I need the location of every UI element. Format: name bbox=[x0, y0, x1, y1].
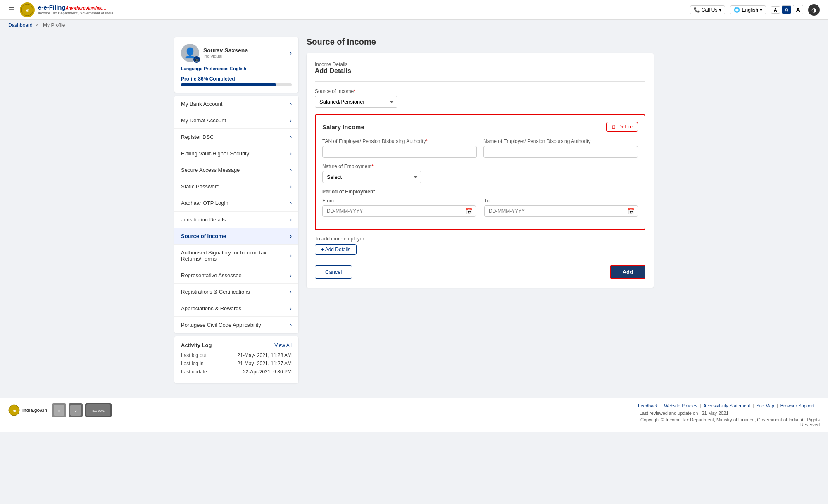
footer-link-website-policies[interactable]: Website Policies bbox=[664, 403, 697, 408]
breadcrumb-separator: » bbox=[36, 22, 38, 28]
contrast-icon: ◑ bbox=[811, 7, 816, 13]
profile-card: 👤 📷 Sourav Saxsena Individual › Language… bbox=[174, 37, 298, 93]
nature-of-employment-group: Nature of Employment* Select Central Gov… bbox=[322, 164, 638, 183]
from-date-input[interactable] bbox=[322, 205, 476, 217]
sidebar-item-appreciations-rewards[interactable]: Appreciations & Rewards › bbox=[174, 300, 298, 317]
sidebar-item-registrations-certifications[interactable]: Registrations & Certifications › bbox=[174, 284, 298, 300]
income-details-label: Income Details bbox=[315, 62, 645, 67]
profile-progress: Profile:86% Completed bbox=[181, 76, 292, 86]
add-button[interactable]: Add bbox=[610, 265, 645, 279]
header-left: ☰ भा e-e-FilingAnywhere Anytime... Incom… bbox=[8, 2, 113, 17]
call-us-button[interactable]: 📞 Call Us ▾ bbox=[690, 5, 726, 14]
from-date-label: From bbox=[322, 198, 476, 204]
profile-type: Individual bbox=[203, 54, 248, 59]
hamburger-menu[interactable]: ☰ bbox=[8, 5, 15, 14]
activity-log-row: Last log out 21-May- 2021, 11:28 AM bbox=[181, 352, 292, 358]
chevron-right-icon: › bbox=[290, 200, 292, 206]
progress-bar-fill bbox=[181, 83, 276, 86]
chevron-right-icon: › bbox=[290, 167, 292, 173]
cancel-button[interactable]: Cancel bbox=[315, 265, 352, 279]
sidebar-item-jurisdiction-details[interactable]: Jurisdiction Details › bbox=[174, 212, 298, 228]
svg-text:ISO 9001: ISO 9001 bbox=[93, 409, 105, 412]
language-preference: Language Preference: English bbox=[181, 66, 292, 71]
salary-income-header: Salary Income 🗑 Delete bbox=[322, 122, 638, 132]
employer-name-column: Name of Employer/ Pension Disbursing Aut… bbox=[483, 138, 638, 158]
sidebar-item-my-bank-account[interactable]: My Bank Account › bbox=[174, 96, 298, 112]
sidebar-label-authorised-signatory: Authorised Signatory for Income tax Retu… bbox=[181, 250, 290, 262]
tan-input[interactable] bbox=[322, 146, 477, 158]
main-container: 👤 📷 Sourav Saxsena Individual › Language… bbox=[166, 31, 662, 390]
tan-column: TAN of Employer/ Pension Disbursing Auth… bbox=[322, 138, 477, 158]
tan-label: TAN of Employer/ Pension Disbursing Auth… bbox=[322, 138, 477, 144]
sidebar-item-authorised-signatory[interactable]: Authorised Signatory for Income tax Retu… bbox=[174, 245, 298, 267]
footer-link-sitemap[interactable]: Site Map bbox=[757, 403, 774, 408]
nature-of-employment-label: Nature of Employment* bbox=[322, 164, 638, 169]
source-of-income-form: Income Details Add Details Source of Inc… bbox=[307, 53, 654, 288]
sidebar-label-portugese-civil-code: Portugese Civil Code Applicability bbox=[181, 322, 261, 328]
footer-link-browser-support[interactable]: Browser Support bbox=[780, 403, 814, 408]
font-small-button[interactable]: A bbox=[771, 6, 780, 14]
chevron-right-icon: › bbox=[290, 118, 292, 124]
logo-area: भा e-e-FilingAnywhere Anytime... Income … bbox=[20, 2, 113, 17]
profile-top: 👤 📷 Sourav Saxsena Individual › bbox=[181, 44, 292, 62]
footer-logo: भा india.gov.in bbox=[8, 404, 47, 416]
sidebar-item-my-demat-account[interactable]: My Demat Account › bbox=[174, 112, 298, 129]
language-button[interactable]: 🌐 English ▾ bbox=[730, 5, 766, 14]
employer-name-input[interactable] bbox=[483, 146, 638, 158]
sidebar-item-portugese-civil-code[interactable]: Portugese Civil Code Applicability › bbox=[174, 317, 298, 333]
view-all-link[interactable]: View All bbox=[274, 342, 292, 348]
footer-emblem-2: ✓ bbox=[69, 403, 83, 417]
activity-log-header: Activity Log View All bbox=[181, 342, 292, 348]
activity-log-title: Activity Log bbox=[181, 342, 212, 348]
source-of-income-select[interactable]: Salaried/Pensioner Business Capital Gain… bbox=[315, 96, 397, 108]
font-medium-button[interactable]: A bbox=[782, 5, 791, 14]
add-details-button[interactable]: + Add Details bbox=[315, 244, 357, 255]
chevron-right-icon: › bbox=[290, 289, 292, 295]
svg-text:©: © bbox=[58, 409, 60, 413]
sidebar-label-register-dsc: Register DSC bbox=[181, 134, 214, 140]
footer-link-accessibility[interactable]: Accessibility Statement bbox=[704, 403, 750, 408]
calendar-icon[interactable]: 📅 bbox=[628, 208, 635, 214]
sidebar-item-static-password[interactable]: Static Password › bbox=[174, 178, 298, 195]
page-title: Source of Income bbox=[307, 37, 654, 47]
calendar-icon[interactable]: 📅 bbox=[466, 208, 473, 214]
sidebar-item-aadhaar-otp-login[interactable]: Aadhaar OTP Login › bbox=[174, 195, 298, 212]
sidebar-label-jurisdiction-details: Jurisdiction Details bbox=[181, 216, 226, 223]
sidebar-item-efiling-vault[interactable]: E-filing Vault-Higher Security › bbox=[174, 145, 298, 162]
camera-icon[interactable]: 📷 bbox=[193, 56, 200, 63]
logo-text: e-e-FilingAnywhere Anytime... Income Tax… bbox=[38, 4, 113, 16]
profile-name: Sourav Saxsena bbox=[203, 47, 248, 54]
profile-expand-chevron[interactable]: › bbox=[290, 50, 292, 56]
sidebar-label-source-of-income: Source of Income bbox=[181, 233, 226, 239]
contrast-button[interactable]: ◑ bbox=[808, 4, 820, 16]
period-of-employment-group: Period of Employment From 📅 To bbox=[322, 189, 638, 217]
to-date-input[interactable] bbox=[484, 205, 638, 217]
progress-bar-background bbox=[181, 83, 292, 86]
activity-log: Activity Log View All Last log out 21-Ma… bbox=[174, 336, 298, 383]
font-large-button[interactable]: A bbox=[793, 5, 803, 14]
sidebar-label-secure-access-message: Secure Access Message bbox=[181, 167, 240, 173]
trash-icon: 🗑 bbox=[611, 124, 616, 130]
sidebar-item-source-of-income[interactable]: Source of Income › bbox=[174, 228, 298, 245]
chevron-down-icon: ▾ bbox=[760, 7, 762, 13]
source-of-income-label: Source of Income* bbox=[315, 88, 645, 94]
delete-button[interactable]: 🗑 Delete bbox=[606, 122, 638, 132]
sidebar-label-aadhaar-otp-login: Aadhaar OTP Login bbox=[181, 200, 228, 206]
last-login-value: 21-May- 2021, 11:27 AM bbox=[238, 361, 292, 366]
breadcrumb-dashboard[interactable]: Dashboard bbox=[8, 22, 33, 28]
logo-emblem: भा bbox=[20, 2, 35, 17]
sidebar-item-register-dsc[interactable]: Register DSC › bbox=[174, 129, 298, 145]
sidebar-label-representative-assessee: Representative Assessee bbox=[181, 272, 242, 278]
from-date-column: From 📅 bbox=[322, 198, 476, 217]
nature-of-employment-select[interactable]: Select Central Govt State Govt Public Se… bbox=[322, 171, 421, 183]
footer-link-feedback[interactable]: Feedback bbox=[638, 403, 658, 408]
footer-emblem-icon: भा bbox=[8, 404, 20, 416]
add-employer-label: To add more employer bbox=[315, 236, 645, 242]
footer-emblem-1: © bbox=[52, 403, 66, 417]
sidebar-label-registrations-certifications: Registrations & Certifications bbox=[181, 289, 250, 295]
profile-info: 👤 📷 Sourav Saxsena Individual bbox=[181, 44, 248, 62]
footer: भा india.gov.in © ✓ ISO 9001 Feedback | … bbox=[0, 398, 828, 432]
sidebar-item-representative-assessee[interactable]: Representative Assessee › bbox=[174, 267, 298, 284]
last-logout-label: Last log out bbox=[181, 352, 207, 358]
sidebar-item-secure-access-message[interactable]: Secure Access Message › bbox=[174, 162, 298, 178]
